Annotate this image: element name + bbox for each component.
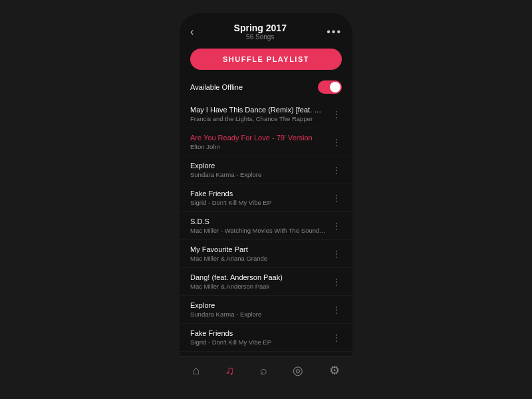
song-item[interactable]: May I Have This Dance (Remix) [feat. Cha… [180,100,352,128]
more-button[interactable]: ••• [327,26,342,38]
bottom-nav: ⌂♫⌕◎⚙ [180,356,352,386]
song-item[interactable]: Explore Sundara Karma - Explore ⋮ [180,296,352,324]
song-title: S.D.S [190,217,327,225]
song-subtitle: Sigrid - Don't Kill My Vibe EP [190,338,327,346]
header-center: Spring 2017 56 Songs [234,23,287,41]
song-info: Explore Sundara Karma - Explore [190,162,327,178]
song-info: Are You Ready For Love - 79' Version Elt… [190,134,327,150]
song-menu-button[interactable]: ⋮ [327,193,342,203]
radio-nav-icon: ◎ [293,363,303,378]
song-item[interactable]: Dang! (feat. Anderson Paak) Mac Miller &… [180,268,352,296]
song-menu-button[interactable]: ⋮ [327,165,342,176]
song-info: S.D.S Mac Miller - Watching Movies With … [190,217,327,234]
song-menu-button[interactable]: ⋮ [327,221,342,231]
song-item[interactable]: Fake Friends Sigrid - Don't Kill My Vibe… [180,184,352,212]
song-item[interactable]: S.D.S Mac Miller - Watching Movies With … [180,212,352,240]
phone-container: ‹ Spring 2017 56 Songs ••• SHUFFLE PLAYL… [180,13,352,386]
shuffle-playlist-button[interactable]: SHUFFLE PLAYLIST [190,49,342,70]
song-menu-button[interactable]: ⋮ [327,277,342,287]
song-subtitle: Sundara Karma - Explore [190,311,327,318]
song-subtitle: Sigrid - Don't Kill My Vibe EP [190,199,327,206]
song-info: May I Have This Dance (Remix) [feat. Cha… [190,106,327,122]
radio-nav[interactable]: ◎ [293,363,303,378]
song-info: My Favourite Part Mac Miller & Ariana Gr… [190,245,327,262]
song-menu-button[interactable]: ⋮ [327,109,342,120]
home-nav[interactable]: ⌂ [192,364,200,378]
song-title: Fake Friends [190,329,327,337]
playlist-title: Spring 2017 [234,23,287,33]
offline-label: Available Offline [190,83,243,91]
song-info: Fake Friends Sigrid - Don't Kill My Vibe… [190,329,327,346]
search-nav[interactable]: ⌕ [260,364,267,378]
song-subtitle: Francis and the Lights, Chance The Rappe… [190,115,327,122]
song-info: Dang! (feat. Anderson Paak) Mac Miller &… [190,273,327,290]
song-subtitle: Mac Miller - Watching Movies With The So… [190,227,327,234]
search-nav-icon: ⌕ [260,364,267,378]
song-menu-button[interactable]: ⋮ [327,137,342,148]
settings-nav[interactable]: ⚙ [329,363,340,378]
song-subtitle: Elton John [190,143,327,150]
offline-row: Available Offline [180,76,352,100]
song-title: Explore [190,162,327,170]
library-nav-icon: ♫ [225,364,235,378]
offline-toggle[interactable] [318,80,342,94]
song-subtitle: Mac Miller & Anderson Paak [190,283,327,290]
home-nav-icon: ⌂ [192,364,200,378]
song-title: Fake Friends [190,190,327,198]
song-info: Fake Friends Sigrid - Don't Kill My Vibe… [190,190,327,206]
song-menu-button[interactable]: ⋮ [327,332,342,343]
song-title: May I Have This Dance (Remix) [feat. Cha… [190,106,327,114]
song-list: May I Have This Dance (Remix) [feat. Cha… [180,100,352,356]
header: ‹ Spring 2017 56 Songs ••• [180,13,352,45]
song-item[interactable]: My Favourite Part Mac Miller & Ariana Gr… [180,240,352,268]
library-nav[interactable]: ♫ [225,364,235,378]
song-info: Explore Sundara Karma - Explore [190,301,327,318]
song-title: My Favourite Part [190,245,327,253]
song-menu-button[interactable]: ⋮ [327,305,342,315]
back-button[interactable]: ‹ [190,26,194,38]
song-subtitle: Mac Miller & Ariana Grande [190,255,327,262]
song-title: Dang! (feat. Anderson Paak) [190,273,327,281]
song-item[interactable]: Fake Friends Sigrid - Don't Kill My Vibe… [180,324,352,352]
song-title: Explore [190,301,327,309]
song-title: Are You Ready For Love - 79' Version [190,134,327,142]
song-menu-button[interactable]: ⋮ [327,249,342,259]
song-item[interactable]: Are You Ready For Love - 79' Version Elt… [180,128,352,156]
settings-nav-icon: ⚙ [329,363,340,378]
playlist-subtitle: 56 Songs [234,33,287,41]
song-subtitle: Sundara Karma - Explore [190,171,327,178]
song-item[interactable]: Explore Sundara Karma - Explore ⋮ [180,156,352,184]
